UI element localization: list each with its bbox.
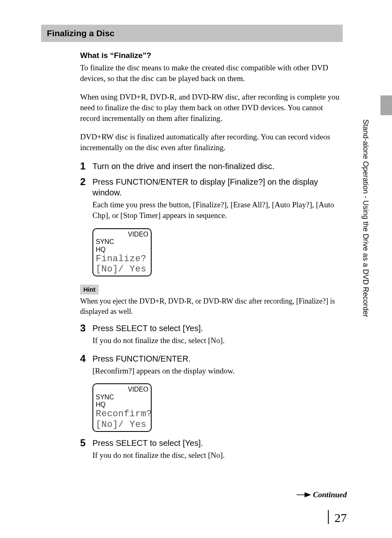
whatis-p3: DVD+RW disc is finalized automatically a… xyxy=(80,132,343,153)
page-number: 27 xyxy=(328,510,347,524)
step-title: Press FUNCTION/ENTER to display [Finaliz… xyxy=(92,176,343,198)
side-tab-marker xyxy=(380,95,392,115)
display-lcd: [No]/ Yes xyxy=(96,420,148,429)
whatis-p1: To finalize the disc means to make the c… xyxy=(80,63,343,83)
step-number: 1 xyxy=(80,161,92,172)
step-title: Press SELECT to select [Yes]. xyxy=(92,438,343,448)
step-title: Press FUNCTION/ENTER. xyxy=(92,353,343,364)
display-lcd: [No]/ Yes xyxy=(96,264,148,274)
display-top: VIDEO xyxy=(96,231,148,238)
step-number: 2 xyxy=(80,176,92,187)
display-line: SYNC xyxy=(96,238,148,246)
step-text: Each time you press the button, [Finaliz… xyxy=(92,199,343,220)
display-line: SYNC xyxy=(96,394,148,401)
step-title: Press SELECT to select [Yes]. xyxy=(92,323,343,334)
page-content: Finalizing a Disc What is “Finalize”? To… xyxy=(0,0,392,484)
display-line: HQ xyxy=(96,246,148,253)
section-heading: Finalizing a Disc xyxy=(41,25,343,42)
step-text: [Reconfirm?] appears on the display wind… xyxy=(92,366,343,376)
step-text: If you do not finalize the disc, select … xyxy=(92,450,343,461)
whatis-heading: What is “Finalize”? xyxy=(80,50,343,61)
continued-indicator: Continued xyxy=(297,489,347,500)
step-title: Turn on the drive and insert the non-fin… xyxy=(92,161,343,172)
step-2: 2 Press FUNCTION/ENTER to display [Final… xyxy=(80,176,343,225)
display-finalize: VIDEO SYNC HQ Finalize? [No]/ Yes xyxy=(92,228,152,276)
step-4: 4 Press FUNCTION/ENTER. [Reconfirm?] app… xyxy=(80,353,343,380)
chapter-label: Stand-alone Operation - Using the Drive … xyxy=(361,119,371,317)
arrow-right-icon xyxy=(297,489,311,500)
display-lcd: Reconfirm? xyxy=(96,409,148,419)
display-reconfirm: VIDEO SYNC HQ Reconfirm? [No]/ Yes xyxy=(92,383,152,431)
display-lcd: Finalize? xyxy=(96,254,148,264)
step-number: 3 xyxy=(80,323,92,334)
hint-text: When you eject the DVD+R, DVD-R, or DVD-… xyxy=(80,296,343,316)
display-line: HQ xyxy=(96,401,148,408)
step-number: 4 xyxy=(80,353,92,364)
display-top: VIDEO xyxy=(96,386,148,393)
hint-label: Hint xyxy=(80,285,99,295)
step-5: 5 Press SELECT to select [Yes]. If you d… xyxy=(80,438,343,465)
step-number: 5 xyxy=(80,438,92,448)
step-1: 1 Turn on the drive and insert the non-f… xyxy=(80,161,343,173)
whatis-p2: When using DVD+R, DVD-R, and DVD-RW disc… xyxy=(80,92,343,123)
step-3: 3 Press SELECT to select [Yes]. If you d… xyxy=(80,323,343,350)
step-text: If you do not finalize the disc, select … xyxy=(92,335,343,346)
continued-text: Continued xyxy=(313,489,347,500)
